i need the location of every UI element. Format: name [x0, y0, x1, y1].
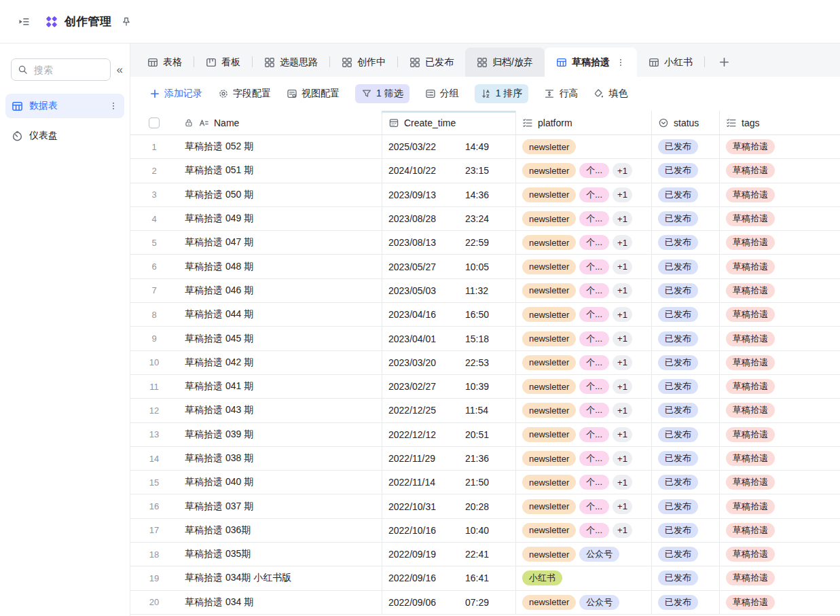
cell-platform[interactable]: newsletter个...+1: [515, 399, 651, 422]
cell-tags[interactable]: 草稿拾遗: [719, 399, 840, 422]
cell-status[interactable]: 已发布: [651, 231, 719, 254]
cell-create-time[interactable]: 2023/08/2823:24: [382, 207, 515, 230]
cell-tags[interactable]: 草稿拾遗: [719, 447, 840, 470]
cell-platform[interactable]: newsletter个...+1: [515, 207, 651, 230]
pin-icon[interactable]: [121, 16, 132, 27]
row-number[interactable]: 5: [130, 231, 178, 254]
cell-platform[interactable]: newsletter个...+1: [515, 375, 651, 398]
cell-name[interactable]: 草稿拾遗 038 期: [178, 447, 382, 470]
cell-status[interactable]: 已发布: [651, 494, 719, 518]
cell-tags[interactable]: 草稿拾遗: [719, 159, 840, 182]
cell-create-time[interactable]: 2022/12/1220:51: [382, 423, 515, 446]
cell-status[interactable]: 已发布: [651, 543, 719, 566]
view-tab-2[interactable]: 看板: [194, 48, 252, 77]
cell-create-time[interactable]: 2023/03/2022:53: [382, 351, 515, 374]
tab-more-icon[interactable]: [616, 58, 625, 67]
cell-status[interactable]: 已发布: [651, 135, 719, 158]
row-number[interactable]: 13: [130, 423, 178, 446]
cell-status[interactable]: 已发布: [651, 447, 719, 470]
view-tab-3[interactable]: 选题思路: [253, 48, 329, 77]
view-tab-8[interactable]: 小红书: [637, 48, 704, 77]
cell-tags[interactable]: 草稿拾遗: [719, 327, 840, 350]
cell-name[interactable]: 草稿拾遗 041 期: [178, 375, 382, 398]
cell-create-time[interactable]: 2023/02/2710:39: [382, 375, 515, 398]
cell-platform[interactable]: newsletter个...+1: [515, 303, 651, 326]
cell-create-time[interactable]: 2022/10/1610:40: [382, 519, 515, 542]
cell-status[interactable]: 已发布: [651, 159, 719, 182]
search-field[interactable]: [33, 64, 80, 76]
cell-status[interactable]: 已发布: [651, 255, 719, 278]
sort-button[interactable]: 1 排序: [475, 84, 529, 103]
cell-create-time[interactable]: 2022/10/3120:28: [382, 494, 515, 518]
row-number[interactable]: 17: [130, 519, 178, 542]
column-header-platform[interactable]: platform: [515, 111, 651, 134]
row-number[interactable]: 4: [130, 207, 178, 230]
cell-platform[interactable]: newsletter公众号: [515, 591, 651, 614]
cell-create-time[interactable]: 2022/09/1616:41: [382, 566, 515, 590]
column-header-status[interactable]: status: [651, 111, 719, 134]
cell-name[interactable]: 草稿拾遗 036期: [178, 519, 382, 542]
cell-name[interactable]: 草稿拾遗 035期: [178, 543, 382, 566]
cell-tags[interactable]: 草稿拾遗: [719, 135, 840, 158]
row-number[interactable]: 8: [130, 303, 178, 326]
cell-tags[interactable]: 草稿拾遗: [719, 207, 840, 230]
cell-tags[interactable]: 草稿拾遗: [719, 543, 840, 566]
row-number[interactable]: 3: [130, 183, 178, 206]
view-config-button[interactable]: 视图配置: [287, 88, 340, 100]
cell-create-time[interactable]: 2022/12/2511:54: [382, 399, 515, 422]
cell-platform[interactable]: newsletter个...+1: [515, 231, 651, 254]
cell-tags[interactable]: 草稿拾遗: [719, 471, 840, 494]
cell-create-time[interactable]: 2023/05/2710:05: [382, 255, 515, 278]
row-number[interactable]: 10: [130, 351, 178, 374]
filter-button[interactable]: 1 筛选: [355, 84, 409, 103]
cell-platform[interactable]: newsletter公众号: [515, 543, 651, 566]
row-number[interactable]: 6: [130, 255, 178, 278]
row-number[interactable]: 16: [130, 494, 178, 518]
row-number[interactable]: 20: [130, 591, 178, 614]
cell-platform[interactable]: newsletter个...+1: [515, 447, 651, 470]
cell-tags[interactable]: 草稿拾遗: [719, 303, 840, 326]
cell-tags[interactable]: 草稿拾遗: [719, 566, 840, 590]
cell-platform[interactable]: newsletter个...+1: [515, 351, 651, 374]
row-height-button[interactable]: 行高: [544, 88, 578, 100]
select-all-checkbox[interactable]: [149, 117, 160, 128]
cell-name[interactable]: 草稿拾遗 037 期: [178, 494, 382, 518]
add-record-button[interactable]: 添加记录: [149, 88, 202, 100]
cell-platform[interactable]: newsletter个...+1: [515, 159, 651, 182]
cell-name[interactable]: 草稿拾遗 047 期: [178, 231, 382, 254]
row-number[interactable]: 18: [130, 543, 178, 566]
column-header-create-time[interactable]: Create_time: [382, 111, 515, 134]
cell-platform[interactable]: newsletter个...+1: [515, 423, 651, 446]
cell-tags[interactable]: 草稿拾遗: [719, 494, 840, 518]
cell-name[interactable]: 草稿拾遗 042 期: [178, 351, 382, 374]
cell-tags[interactable]: 草稿拾遗: [719, 375, 840, 398]
add-view-button[interactable]: [705, 48, 744, 77]
row-number[interactable]: 14: [130, 447, 178, 470]
row-number[interactable]: 11: [130, 375, 178, 398]
search-input[interactable]: [11, 58, 111, 81]
cell-name[interactable]: 草稿拾遗 049 期: [178, 207, 382, 230]
cell-platform[interactable]: newsletter个...+1: [515, 255, 651, 278]
cell-create-time[interactable]: 2022/09/1922:41: [382, 543, 515, 566]
cell-tags[interactable]: 草稿拾遗: [719, 423, 840, 446]
cell-name[interactable]: 草稿拾遗 034 期: [178, 591, 382, 614]
row-number[interactable]: 19: [130, 566, 178, 590]
row-number[interactable]: 15: [130, 471, 178, 494]
cell-create-time[interactable]: 2023/08/1322:59: [382, 231, 515, 254]
cell-status[interactable]: 已发布: [651, 303, 719, 326]
cell-status[interactable]: 已发布: [651, 566, 719, 590]
cell-create-time[interactable]: 2022/11/1421:50: [382, 471, 515, 494]
sidebar-item-datasheet[interactable]: 数据表: [5, 94, 124, 118]
cell-tags[interactable]: 草稿拾遗: [719, 255, 840, 278]
view-tab-4[interactable]: 创作中: [330, 48, 397, 77]
cell-status[interactable]: 已发布: [651, 327, 719, 350]
sidebar-item-dashboard[interactable]: 仪表盘: [5, 124, 124, 148]
cell-platform[interactable]: newsletter个...+1: [515, 279, 651, 302]
cell-platform[interactable]: newsletter个...+1: [515, 471, 651, 494]
cell-status[interactable]: 已发布: [651, 471, 719, 494]
cell-create-time[interactable]: 2023/04/0115:18: [382, 327, 515, 350]
cell-create-time[interactable]: 2023/05/0311:32: [382, 279, 515, 302]
group-button[interactable]: 分组: [425, 88, 459, 100]
cell-status[interactable]: 已发布: [651, 423, 719, 446]
cell-tags[interactable]: 草稿拾遗: [719, 591, 840, 614]
